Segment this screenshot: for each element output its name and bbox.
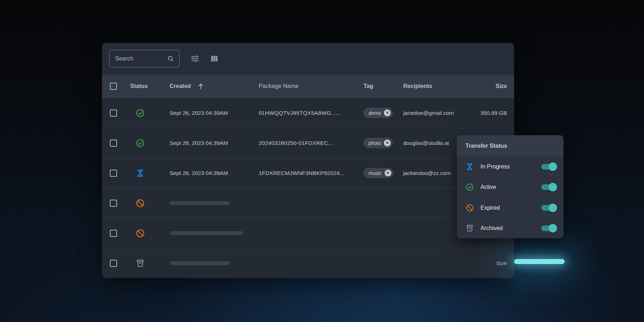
table-row: Size bbox=[102, 248, 514, 278]
check-circle-icon bbox=[465, 183, 474, 191]
created-cell: Sept 26, 2023 04:39AM bbox=[156, 140, 244, 146]
filter-label: In Progress bbox=[480, 164, 541, 170]
archived-toggle[interactable] bbox=[541, 224, 557, 233]
dragged-size-column-label: Size bbox=[470, 260, 514, 267]
status-expired-ban-icon bbox=[136, 199, 145, 208]
package-name-cell: 202403280250-01FDXREC... bbox=[244, 140, 350, 146]
skeleton-bar bbox=[170, 231, 243, 235]
skeleton-bar bbox=[170, 261, 230, 265]
tag-label: music bbox=[369, 170, 382, 176]
filter-tune-icon[interactable] bbox=[190, 54, 200, 64]
transfer-status-popover: Transfer Status In Progress Active Expir… bbox=[457, 135, 564, 238]
filter-item-expired: Expired bbox=[457, 197, 564, 218]
archive-icon bbox=[465, 224, 474, 233]
active-toggle[interactable] bbox=[541, 183, 557, 191]
row-checkbox[interactable] bbox=[110, 230, 117, 237]
created-cell: Sept 26, 2023 04:39AM bbox=[156, 110, 244, 116]
recipient-cell: janedoe@gmail.com bbox=[389, 110, 470, 116]
filter-item-active: Active bbox=[457, 177, 564, 197]
search-box[interactable] bbox=[109, 50, 180, 68]
expired-toggle[interactable] bbox=[541, 204, 557, 212]
table-row: Sept 26, 2023 04:39AM 01HWQQTVJ85TQX5A8W… bbox=[102, 98, 514, 128]
transfer-progress-bar bbox=[514, 259, 565, 264]
status-active-icon bbox=[136, 138, 145, 148]
ban-icon bbox=[465, 204, 474, 212]
size-cell: 350.89 GB bbox=[470, 110, 514, 116]
skeleton-bar bbox=[170, 201, 230, 205]
row-checkbox[interactable] bbox=[110, 200, 117, 207]
column-header-package: Package Name bbox=[244, 83, 350, 89]
status-in-progress-hourglass-icon bbox=[136, 169, 145, 178]
row-checkbox[interactable] bbox=[110, 140, 117, 147]
table-row bbox=[102, 188, 514, 218]
created-cell: Sept 26, 2023 04:39AM bbox=[156, 170, 244, 176]
table-row: Sept 26, 2023 04:39AM 1FDXRECMJWNF3NBKP9… bbox=[102, 158, 514, 188]
row-checkbox[interactable] bbox=[110, 260, 117, 267]
column-header-size: Size bbox=[470, 83, 514, 89]
columns-view-icon[interactable] bbox=[209, 54, 219, 64]
package-name-cell: 01HWQQTVJ85TQX5A8WG...... bbox=[244, 110, 350, 116]
filter-item-archived: Archived bbox=[457, 218, 564, 238]
column-header-status: Status bbox=[125, 83, 156, 89]
column-header-tag: Tag bbox=[350, 83, 389, 89]
status-archived-icon bbox=[136, 259, 145, 268]
table-row: Sept 26, 2023 04:39AM 202403280250-01FDX… bbox=[102, 128, 514, 158]
row-checkbox[interactable] bbox=[110, 109, 117, 117]
search-icon bbox=[167, 55, 174, 62]
package-name-cell: 1FDXRECMJWNF3NBKP92024... bbox=[244, 170, 350, 176]
search-input[interactable] bbox=[115, 55, 167, 62]
table-row bbox=[102, 218, 514, 248]
filter-label: Active bbox=[480, 184, 541, 190]
tag-label: photo bbox=[369, 140, 381, 146]
in-progress-toggle[interactable] bbox=[541, 162, 557, 171]
toolbar bbox=[102, 43, 514, 74]
transfers-panel: Status Created Package Name Tag Recipien… bbox=[102, 43, 514, 278]
table-body: Sept 26, 2023 04:39AM 01HWQQTVJ85TQX5A8W… bbox=[102, 98, 514, 278]
filter-item-in-progress: In Progress bbox=[457, 157, 564, 177]
filter-label: Archived bbox=[480, 225, 541, 231]
tag-pill: demo✕ bbox=[364, 108, 393, 118]
column-header-recipients: Recipients bbox=[389, 83, 470, 89]
table-header: Status Created Package Name Tag Recipien… bbox=[102, 74, 514, 98]
column-header-created[interactable]: Created bbox=[156, 82, 244, 90]
row-checkbox[interactable] bbox=[110, 170, 117, 177]
filter-label: Expired bbox=[480, 205, 541, 211]
tag-pill: photo✕ bbox=[364, 138, 393, 148]
sort-ascending-icon[interactable] bbox=[197, 82, 205, 90]
select-all-checkbox[interactable] bbox=[110, 83, 117, 90]
tag-label: demo bbox=[369, 110, 381, 116]
popover-title: Transfer Status bbox=[457, 135, 564, 157]
status-expired-ban-icon bbox=[136, 229, 145, 238]
hourglass-icon bbox=[465, 162, 474, 171]
status-active-icon bbox=[136, 108, 145, 118]
